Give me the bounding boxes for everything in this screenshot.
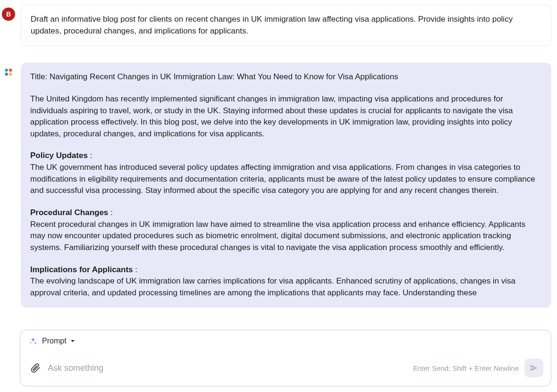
section-body: The evolving landscape of UK immigration… <box>30 275 542 299</box>
user-avatar: B <box>2 8 15 21</box>
chat-input[interactable] <box>48 363 407 373</box>
section-heading: Procedural Changes <box>30 208 108 217</box>
section-colon: : <box>108 208 112 217</box>
section-heading: Policy Updates <box>30 151 88 160</box>
section-body: The UK government has introduced several… <box>30 162 542 197</box>
chat-thread: B Draft an informative blog post for cli… <box>0 0 557 308</box>
section-heading: Implications for Applicants <box>30 265 133 274</box>
section-colon: : <box>133 265 137 274</box>
assistant-title-line: Title: Navigating Recent Changes in UK I… <box>30 71 542 83</box>
send-button[interactable] <box>524 359 543 377</box>
assistant-message-row: Title: Navigating Recent Changes in UK I… <box>2 63 551 307</box>
paperclip-icon <box>30 363 41 373</box>
assistant-intro: The United Kingdom has recently implemen… <box>30 93 542 140</box>
assistant-logo-icon <box>4 67 13 77</box>
chat-input-bar: Prompt Enter Send; Shift + Enter Newline <box>20 330 551 386</box>
sparkle-icon <box>29 337 37 345</box>
assistant-avatar <box>2 66 15 79</box>
user-message-text: Draft an informative blog post for clien… <box>31 14 541 37</box>
prompt-mode-selector[interactable]: Prompt <box>42 337 75 345</box>
assistant-section: Procedural Changes : Recent procedural c… <box>30 207 542 254</box>
svg-point-4 <box>7 71 9 74</box>
input-hint: Enter Send; Shift + Enter Newline <box>413 364 519 372</box>
section-body: Recent procedural changes in UK immigrat… <box>30 219 542 254</box>
assistant-section: Implications for Applicants : The evolvi… <box>30 264 542 299</box>
user-avatar-letter: B <box>6 10 11 18</box>
send-icon <box>529 363 539 373</box>
chevron-down-icon <box>70 339 75 343</box>
assistant-message-bubble: Title: Navigating Recent Changes in UK I… <box>21 63 551 307</box>
assistant-section: Policy Updates : The UK government has i… <box>30 150 542 197</box>
user-message-bubble: Draft an informative blog post for clien… <box>21 5 551 46</box>
input-mode-row: Prompt <box>20 330 551 350</box>
attach-button[interactable] <box>29 361 42 375</box>
user-message-row: B Draft an informative blog post for cli… <box>2 5 551 46</box>
section-colon: : <box>88 151 92 160</box>
prompt-mode-label: Prompt <box>42 337 67 345</box>
input-bottom-row: Enter Send; Shift + Enter Newline <box>20 350 551 386</box>
